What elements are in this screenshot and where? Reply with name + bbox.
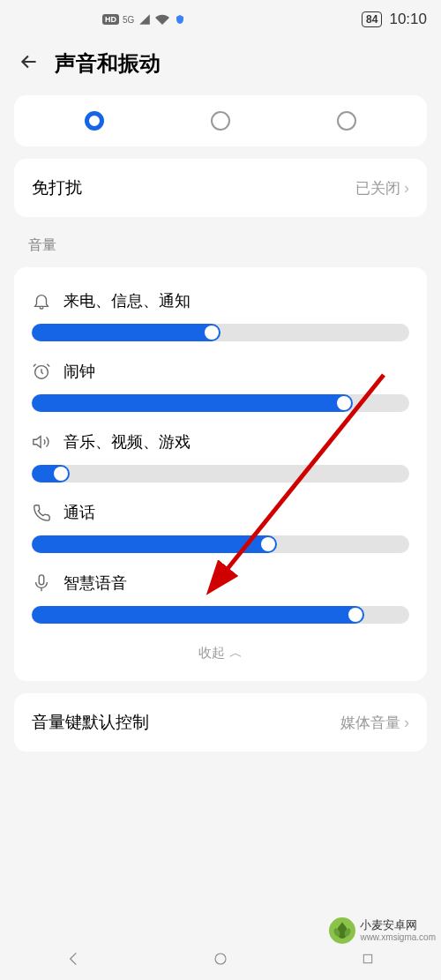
watermark-logo-icon <box>328 916 356 945</box>
chevron-right-icon: › <box>404 179 409 198</box>
bell-icon <box>32 291 51 310</box>
dnd-card: 免打扰 已关闭 › <box>14 159 427 217</box>
volume-label: 音乐、视频、游戏 <box>64 431 191 453</box>
speaker-icon <box>32 432 51 452</box>
signal-icon <box>138 12 152 26</box>
volume-slider-ringtone[interactable] <box>32 324 409 341</box>
watermark-url: www.xmsigma.com <box>360 932 436 942</box>
mode-option-0[interactable] <box>85 111 104 131</box>
page-title: 声音和振动 <box>55 49 161 78</box>
default-control-value: 媒体音量 › <box>340 713 409 733</box>
volume-label: 通话 <box>64 502 95 523</box>
volume-slider-media[interactable] <box>32 465 409 483</box>
phone-icon <box>32 503 51 522</box>
volume-slider-alarm[interactable] <box>32 394 409 412</box>
nav-back-icon[interactable] <box>63 948 84 969</box>
volume-label: 来电、信息、通知 <box>64 290 191 311</box>
hd-badge: HD <box>102 14 119 25</box>
volume-slider-voice[interactable] <box>32 606 409 624</box>
default-control-card: 音量键默认控制 媒体音量 › <box>14 693 427 752</box>
chevron-right-icon: › <box>404 714 409 732</box>
volume-label: 智慧语音 <box>64 572 127 594</box>
watermark-name: 小麦安卓网 <box>360 919 436 931</box>
volume-label: 闹钟 <box>64 361 95 382</box>
svg-rect-8 <box>363 954 371 962</box>
volume-item-voice: 智慧语音 <box>32 564 409 634</box>
volume-item-ringtone: 来电、信息、通知 <box>32 281 409 352</box>
chevron-up-icon: ︿ <box>229 645 243 660</box>
volume-item-alarm: 闹钟 <box>32 352 409 423</box>
status-bar: HD 5G 84 10:10 <box>0 0 441 39</box>
watermark: 小麦安卓网 www.xmsigma.com <box>328 916 436 945</box>
dnd-value: 已关闭 › <box>355 178 409 198</box>
shield-icon <box>173 12 187 26</box>
clock: 10:10 <box>389 11 427 28</box>
mic-icon <box>32 573 51 593</box>
page-header: 声音和振动 <box>0 39 441 95</box>
alarm-icon <box>32 362 51 381</box>
volume-card: 来电、信息、通知 闹钟 音乐、视频、游戏 <box>14 267 427 681</box>
volume-item-call: 通话 <box>32 493 409 564</box>
back-icon[interactable] <box>18 50 41 77</box>
nav-recent-icon[interactable] <box>357 948 378 969</box>
dnd-row[interactable]: 免打扰 已关闭 › <box>32 159 409 217</box>
mode-option-1[interactable] <box>211 111 230 131</box>
dnd-label: 免打扰 <box>32 176 82 199</box>
battery-icon: 84 <box>362 11 382 27</box>
network-type: 5G <box>123 15 134 25</box>
collapse-button[interactable]: 收起 ︿ <box>32 634 409 674</box>
wifi-icon <box>155 12 169 26</box>
volume-item-media: 音乐、视频、游戏 <box>32 423 409 493</box>
default-control-label: 音量键默认控制 <box>32 711 149 734</box>
svg-rect-1 <box>39 575 44 585</box>
svg-point-7 <box>215 954 226 964</box>
mode-option-2[interactable] <box>337 111 356 131</box>
status-left: HD 5G <box>102 12 187 26</box>
nav-home-icon[interactable] <box>210 948 231 969</box>
default-control-row[interactable]: 音量键默认控制 媒体音量 › <box>32 693 409 752</box>
mode-selector <box>14 95 427 146</box>
volume-slider-call[interactable] <box>32 535 409 553</box>
status-right: 84 10:10 <box>362 11 427 28</box>
volume-section-title: 音量 <box>0 217 441 255</box>
